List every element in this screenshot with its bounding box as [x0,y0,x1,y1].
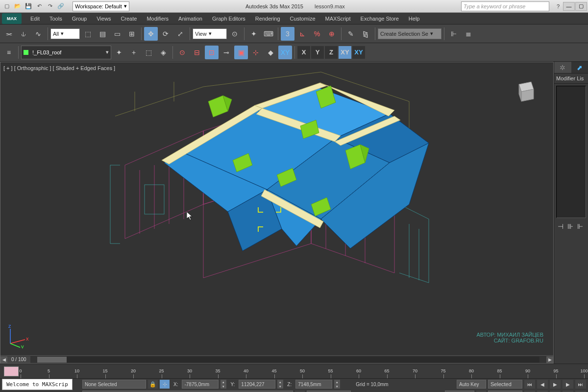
x-coord-field[interactable]: -7875,0mm [182,380,219,389]
menu-maxscript[interactable]: MAXScript [320,13,356,24]
timeline[interactable]: 0510152025303540455055606570758085909510… [0,364,588,378]
y-spinner-up[interactable]: ▴ [277,380,283,384]
menu-edit[interactable]: Edit [25,13,45,24]
select-by-name-icon[interactable]: ▤ [96,27,109,41]
timeline-track[interactable]: 0510152025303540455055606570758085909510… [21,364,584,378]
menu-modifiers[interactable]: Modifiers [142,13,173,24]
play-icon[interactable]: ▶ [550,380,561,389]
new-layer-icon[interactable]: ✦ [112,46,126,59]
align-icon[interactable]: ⊩ [447,27,461,41]
modifier-stack[interactable] [556,86,586,218]
scrollbar-track[interactable] [37,357,539,363]
use-pivot-icon[interactable]: ⊙ [228,27,242,41]
menu-rendering[interactable]: Rendering [250,13,285,24]
lock-selection-icon[interactable]: 🔒 [148,380,158,389]
layer-name-input[interactable] [30,47,104,58]
reference-coord-dropdown[interactable]: View▾ [193,28,227,39]
axis-y-button[interactable]: Y [311,46,324,59]
make-unique-icon[interactable]: ⊩ [576,222,585,231]
selected-dropdown[interactable]: Selected [488,380,522,389]
layers-icon[interactable]: ≣ [462,27,475,41]
x-spinner-up[interactable]: ▴ [220,380,226,384]
chevron-down-icon[interactable]: ▾ [106,49,109,55]
viewport-label[interactable]: [ + ] [ Orthographic ] [ Shaded + Edged … [3,65,115,71]
edit-named-selection-icon[interactable]: ✎ [344,27,358,41]
axis-xy-button[interactable]: XY [339,46,351,59]
select-layer-objects-icon[interactable]: ⬚ [142,46,155,59]
named-selection-dropdown[interactable]: Create Selection Se▾ [378,28,441,39]
create-tab-icon[interactable]: ✲ [554,62,571,73]
axis-x-button[interactable]: X [297,46,310,59]
menu-help[interactable]: Help [404,13,425,24]
snap-endpoint-icon[interactable]: ⊸ [220,46,233,59]
add-to-layer-icon[interactable]: + [127,46,141,59]
axis-z-button[interactable]: Z [325,46,338,59]
undo-icon[interactable]: ↶ [34,1,44,11]
move-icon[interactable]: ✥ [144,27,158,41]
goto-start-icon[interactable]: ⏮ [524,380,535,389]
z-coord-field[interactable]: 7148,5mm [295,380,332,389]
autokey-button[interactable]: Auto Key [457,380,486,389]
keyboard-shortcut-icon[interactable]: ⌨ [262,27,275,41]
scrollbar-thumb[interactable] [37,357,67,363]
maxscript-listener[interactable]: Welcome to MAXScrip [2,379,73,390]
save-icon[interactable]: 💾 [24,1,33,11]
viewcube[interactable] [509,77,539,106]
rectangular-selection-icon[interactable]: ▭ [110,27,124,41]
y-spinner-down[interactable]: ▾ [277,384,283,389]
percent-snap-icon[interactable]: % [310,27,324,41]
select-link-icon[interactable]: ⫘ [2,27,16,41]
snap-toggle-icon[interactable]: 3 [281,27,294,41]
snap-midpoint-icon[interactable]: ⊡ [205,46,219,59]
layer-properties-icon[interactable]: ◈ [156,46,170,59]
modify-tab-icon[interactable]: ⬈ [571,62,588,73]
select-object-icon[interactable]: ⬚ [81,27,95,41]
snap-pivot-icon[interactable]: ◆ [264,46,277,59]
select-manipulate-icon[interactable]: ✦ [247,27,261,41]
menu-tools[interactable]: Tools [45,13,67,24]
snap-edge-icon[interactable]: ⊟ [190,46,204,59]
menu-graph-editors[interactable]: Graph Editors [207,13,250,24]
layer-manager-icon[interactable]: ≡ [2,46,16,59]
snap-grid-icon[interactable]: ⊹ [249,46,263,59]
new-icon[interactable]: ▢ [2,1,12,11]
rotate-icon[interactable]: ⟳ [159,27,172,41]
prev-frame-icon[interactable]: ◀ [537,380,548,389]
open-icon[interactable]: 📂 [13,1,23,11]
next-frame-icon[interactable]: ▶ [563,380,573,389]
menu-customize[interactable]: Customize [285,13,320,24]
window-crossing-icon[interactable]: ⊞ [125,27,139,41]
show-end-result-icon[interactable]: ⊪ [566,222,575,231]
app-logo[interactable]: MAX [2,13,22,24]
axis-xy2-button[interactable]: XY [352,46,365,59]
z-spinner-up[interactable]: ▴ [334,380,340,384]
x-spinner-down[interactable]: ▾ [220,384,226,389]
redo-icon[interactable]: ↷ [45,1,55,11]
scroll-right-button[interactable]: ▶ [546,356,553,363]
z-spinner-down[interactable]: ▾ [334,384,340,389]
time-slider[interactable] [4,367,19,376]
pin-stack-icon[interactable]: ⊣ [556,222,565,231]
menu-group[interactable]: Group [67,13,92,24]
house-model[interactable] [76,67,478,332]
y-coord-field[interactable]: 11204,227 [239,380,275,389]
absolute-mode-icon[interactable]: ⊹ [160,380,170,389]
menu-exchange-store[interactable]: Exchange Store [356,13,404,24]
mirror-icon[interactable]: ⧎ [359,27,372,41]
maximize-button[interactable]: ▢ [575,2,587,11]
link-icon[interactable]: 🔗 [56,1,66,11]
help-icon[interactable]: ? [553,1,563,11]
search-input[interactable]: Type a keyword or phrase [461,1,549,11]
menu-create[interactable]: Create [116,13,142,24]
spinner-snap-icon[interactable]: ⊕ [325,27,339,41]
menu-animation[interactable]: Animation [173,13,207,24]
scroll-left-button[interactable]: ◀ [0,356,7,363]
menu-views[interactable]: Views [92,13,116,24]
selection-filter-dropdown[interactable]: All▾ [50,28,80,39]
unlink-icon[interactable]: ⫝ [17,27,30,41]
goto-end-icon[interactable]: ⏭ [575,380,586,389]
scale-icon[interactable]: ⤢ [173,27,187,41]
bind-icon[interactable]: ∿ [31,27,45,41]
angle-snap-icon[interactable]: ⊾ [295,27,309,41]
snap-xy-icon[interactable]: XY [278,46,292,59]
